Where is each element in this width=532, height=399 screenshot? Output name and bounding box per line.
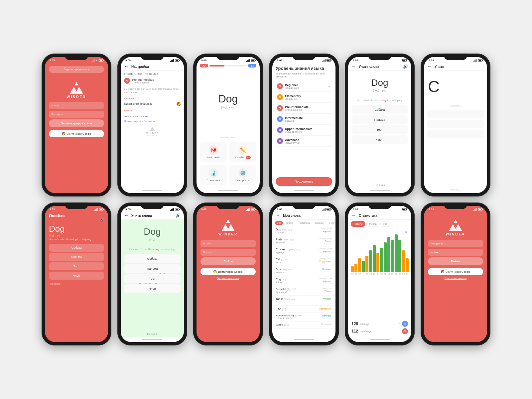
tab-weeks[interactable]: Недели [351, 221, 365, 227]
word-row-fish[interactable]: Fish [fɪʃ] Нормально [272, 306, 335, 313]
green-screen-content: Верн Dog [dog] He crawls to her like a d… [121, 220, 184, 337]
word-row-egg[interactable]: Egg [eg] Яйцо октябрь 23:46 Хорошо [272, 276, 335, 286]
back-btn-8[interactable]: ← [124, 213, 129, 218]
err-opt-4[interactable]: Член [49, 272, 104, 280]
email-input-1[interactable] [49, 102, 104, 109]
google-icon-12: G [441, 270, 444, 273]
register-btn-top[interactable]: Зарегистрироваться [49, 66, 104, 73]
level-int-text: Intermediate Средний [285, 116, 303, 122]
google-btn-12[interactable]: G Войти через Google [428, 268, 483, 275]
word-row-plate[interactable]: Plate [pleɪt] сущ. Тарелка октябрь 19:28… [272, 236, 335, 246]
badge-beginner: A1 [277, 83, 283, 89]
level-beginner[interactable]: A1 Beginner Начинающий ✓ [276, 81, 332, 92]
phone-2: 9:09 ← Настройки УРОВЕНЬ ЗНАНИЯ ЯЗЫКА [117, 54, 187, 197]
xlabel-6: СБ [369, 273, 372, 275]
err-opt-1[interactable]: Собака [49, 244, 104, 252]
battery-1 [99, 59, 103, 62]
email-12[interactable] [428, 240, 483, 247]
email-9[interactable] [200, 240, 256, 247]
action-configure[interactable]: ⚙️ Настроить [229, 165, 256, 185]
tab-month[interactable]: Месяц [366, 221, 380, 227]
feedback-link[interactable]: Написать разработчикам [121, 118, 184, 124]
ans-tort-8[interactable]: Торт [124, 274, 181, 283]
answer-sobaka[interactable]: Собака [351, 105, 408, 114]
time-5: 9:09 [353, 59, 358, 62]
phone-frame-7: 9:09 Ошибки 🔊 Dog [dog] сущ. [42, 202, 111, 345]
bar-10 [384, 242, 387, 272]
word-meta-plate: октябрь 19:28 Плохо [319, 238, 332, 243]
bar-16 [406, 258, 409, 272]
level-row[interactable]: A2 Pre-intermediate Слабо-средний › [121, 76, 184, 86]
level-advanced[interactable]: C1 Advanced Продвинутый [276, 136, 332, 147]
word-row-incomp[interactable]: Incomprehensibility [ɪnˌkɒm...] Непонятн… [272, 313, 335, 322]
tab-year[interactable]: Год [380, 221, 390, 227]
err-opt-2[interactable]: Пальма [49, 253, 104, 261]
level-int[interactable]: B1 Intermediate Средний [276, 114, 332, 125]
err-opt-3[interactable]: Торт [49, 262, 104, 270]
level-preint[interactable]: A2 Pre-intermediate Слабо-средний [276, 103, 332, 114]
ans-sobaka-8[interactable]: Собака [124, 254, 181, 263]
action-stats[interactable]: 📊 Статистика [200, 165, 227, 185]
google-btn-1[interactable]: G Войти через Google [49, 130, 104, 137]
word-status-eat: Нормально [318, 260, 332, 263]
login-btn-12[interactable]: Войти [428, 257, 483, 265]
word-row-dog[interactable]: Dog [dɒg] сущ. Собака октябрь 19:59 Хоро… [272, 226, 335, 236]
register-submit-1[interactable]: Зарегистрироваться [49, 119, 104, 127]
back-btn-5[interactable]: ← [351, 64, 356, 69]
word-row-eat[interactable]: Eat [iːt] гл. Есть октябрь 19:03 Нормаль… [272, 256, 335, 266]
register-link-12[interactable]: Зарегистрироваться [445, 277, 466, 279]
register-link-9[interactable]: Зарегистрироваться [217, 277, 239, 279]
level-upperint[interactable]: B2 Upper-intermediate Выше среднего [276, 125, 332, 136]
word-row-sleep[interactable]: Sleep [sliːp] 17 сентября [272, 322, 335, 329]
filter-good[interactable]: Хорошо [313, 221, 326, 225]
ans-palma-8[interactable]: Пальма [124, 264, 181, 273]
phone-input-1[interactable] [49, 111, 104, 118]
filter-great[interactable]: Отлично [327, 221, 335, 225]
word-row-boy[interactable]: Boy [bɔɪ] сущ. Мальчик Отлично [272, 266, 335, 276]
filter-all[interactable]: Все [275, 221, 283, 225]
password-12[interactable] [428, 249, 483, 256]
password-9[interactable] [200, 249, 256, 256]
ans-chlen-8[interactable]: Член [124, 284, 181, 293]
login-btn-9[interactable]: Войти [200, 257, 256, 265]
status-icons-8 [170, 208, 179, 211]
back-btn-2[interactable]: ← [124, 64, 129, 69]
back-btn-10[interactable]: ← [276, 213, 280, 218]
back-btn-11[interactable]: ← [351, 213, 356, 218]
logout-link[interactable]: Выйти [121, 108, 184, 113]
word-row-table[interactable]: Table [ˈteɪbl] сущ. Стол Хорошо [272, 296, 335, 306]
answer-tort[interactable]: Торт [351, 125, 408, 134]
answer-palma[interactable]: Пальма [351, 115, 408, 124]
logo-text-1: WINDER [67, 95, 86, 99]
filter-bad[interactable]: Плохо [284, 221, 295, 225]
google-btn-9[interactable]: G Войти через Google [200, 268, 256, 275]
sound-btn-5[interactable]: 🔊 [403, 64, 408, 69]
email-display: saboolkers@gmail.com [124, 102, 152, 105]
bar-6 [369, 250, 372, 272]
continue-btn[interactable]: Продолжить [276, 177, 332, 186]
word-row-beautiful[interactable]: Beautiful [ˈbjuːtɪfʊl] Красивый сент 17:… [272, 286, 335, 296]
answer-chlen[interactable]: Член [351, 135, 408, 144]
badge-upperint: B2 [277, 127, 283, 133]
err-dont-know[interactable]: Не знаю [49, 281, 62, 287]
dont-know-5[interactable]: Не знаю [348, 182, 411, 189]
phone-9: 9:09 WINDER [193, 202, 263, 345]
login-red-12: WINDER Войти G Войти через Google Зареги… [424, 211, 487, 342]
badge-advanced: C1 [277, 138, 283, 144]
word-row-chicken[interactable]: Chicken [ˈtʃɪkɪn] сущ. Курица октябрь 19… [272, 246, 335, 256]
bar-1 [351, 266, 354, 272]
word-meta-beautiful: сент 17:11 Плохо [323, 288, 332, 293]
action-mywords[interactable]: 🎯 Мои слова [200, 142, 227, 162]
level-elementary[interactable]: A1 Elementary Начальный [276, 92, 332, 103]
partial-answer-3: — [427, 130, 484, 138]
sound-btn-8[interactable]: 🔊 [176, 213, 181, 218]
dont-know-8[interactable]: Не знаю [121, 331, 184, 337]
sound-7[interactable]: 🔊 [100, 218, 104, 222]
notch-10 [292, 202, 316, 209]
learn-label-3: Учить слова [197, 136, 260, 139]
action-errors[interactable]: ✏️ Ошибки 12 [229, 142, 256, 162]
home-indicator-4 [294, 190, 314, 191]
filter-normal[interactable]: Нормально [296, 221, 312, 225]
level-beginner-text: Beginner Начинающий [285, 83, 299, 89]
back-btn-6[interactable]: ← [427, 64, 432, 69]
